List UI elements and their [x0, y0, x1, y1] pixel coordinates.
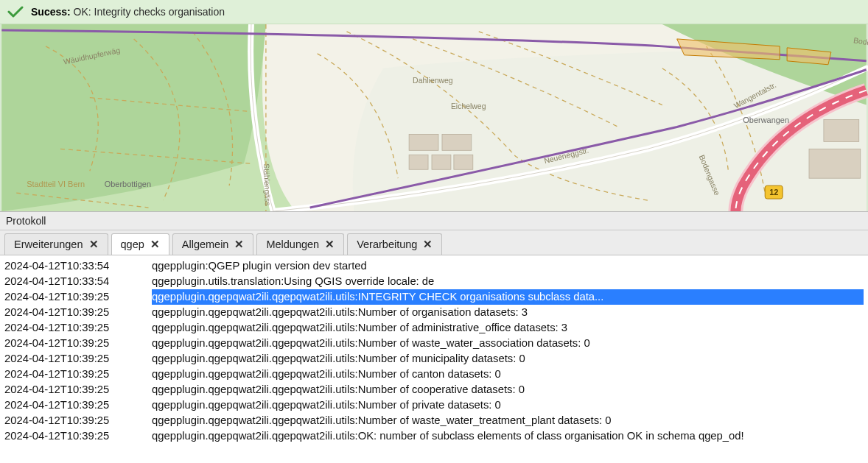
tab-verarbeitung[interactable]: Verarbeitung✕ [347, 233, 442, 255]
log-row[interactable]: 2024-04-12T10:39:25qgepplugin.qgepqwat2i… [4, 305, 864, 320]
log-row[interactable]: 2024-04-12T10:39:25qgepplugin.qgepqwat2i… [4, 367, 864, 382]
success-label-bold: Sucess: [31, 6, 71, 18]
log-timestamp: 2024-04-12T10:39:25 [4, 336, 152, 351]
log-row[interactable]: 2024-04-12T10:39:25qgepplugin.qgepqwat2i… [4, 320, 864, 336]
tab-label: Verarbeitung [357, 238, 417, 250]
log-timestamp: 2024-04-12T10:33:54 [4, 258, 152, 274]
log-message: qgepplugin.qgepqwat2ili.qgepqwat2ili.uti… [152, 351, 864, 367]
panel-title: Protokoll [0, 212, 868, 230]
log-timestamp: 2024-04-12T10:39:25 [4, 428, 152, 444]
log-row[interactable]: 2024-04-12T10:39:25qgepplugin.qgepqwat2i… [4, 428, 864, 444]
svg-rect-1 [409, 134, 438, 150]
tab-label: Erweiterungen [14, 238, 83, 250]
map-label: Eichelweg [451, 102, 486, 110]
svg-rect-8 [809, 149, 861, 178]
success-label-rest: OK: Integrity checks organisation [71, 6, 225, 18]
log-row[interactable]: 2024-04-12T10:39:25qgepplugin.qgepqwat2i… [4, 336, 864, 351]
log-message: qgepplugin.qgepqwat2ili.qgepqwat2ili.uti… [152, 305, 864, 320]
map-label: Stadtteil VI Bern [27, 180, 85, 188]
map-canvas[interactable]: Wäuidhupferwäg Dahlienweg Eichelweg Stäh… [0, 24, 868, 212]
tab-meldungen[interactable]: Meldungen✕ [256, 233, 344, 255]
log-message: qgepplugin.qgepqwat2ili.qgepqwat2ili.uti… [152, 428, 864, 444]
tab-allgemein[interactable]: Allgemein✕ [172, 233, 254, 255]
log-row[interactable]: 2024-04-12T10:33:54qgepplugin:QGEP plugi… [4, 258, 864, 274]
close-icon[interactable]: ✕ [150, 238, 160, 250]
svg-rect-7 [824, 119, 859, 141]
log-message: qgepplugin.qgepqwat2ili.qgepqwat2ili.uti… [152, 413, 864, 428]
svg-rect-5 [454, 155, 473, 169]
log-timestamp: 2024-04-12T10:39:25 [4, 413, 152, 428]
tab-bar: Erweiterungen✕qgep✕Allgemein✕Meldungen✕V… [0, 230, 868, 255]
success-message: Sucess: OK: Integrity checks organisatio… [31, 6, 225, 18]
close-icon[interactable]: ✕ [89, 238, 99, 250]
tab-erweiterungen[interactable]: Erweiterungen✕ [4, 233, 108, 255]
success-bar: Sucess: OK: Integrity checks organisatio… [0, 0, 868, 24]
log-message: qgepplugin.qgepqwat2ili.qgepqwat2ili.uti… [152, 382, 864, 397]
log-timestamp: 2024-04-12T10:33:54 [4, 274, 152, 289]
log-message: qgepplugin.qgepqwat2ili.qgepqwat2ili.uti… [152, 397, 864, 413]
map-svg: Wäuidhupferwäg Dahlienweg Eichelweg Stäh… [0, 24, 868, 211]
log-message: qgepplugin.utils.translation:Using QGIS … [152, 274, 864, 289]
log-timestamp: 2024-04-12T10:39:25 [4, 289, 152, 305]
check-icon [7, 6, 24, 18]
log-row[interactable]: 2024-04-12T10:39:25qgepplugin.qgepqwat2i… [4, 397, 864, 413]
log-message: qgepplugin.qgepqwat2ili.qgepqwat2ili.uti… [152, 367, 864, 382]
log-row[interactable]: 2024-04-12T10:39:25qgepplugin.qgepqwat2i… [4, 289, 864, 305]
map-highway-badge: 12 [769, 188, 778, 197]
tab-qgep[interactable]: qgep✕ [111, 233, 169, 255]
log-row[interactable]: 2024-04-12T10:39:25qgepplugin.qgepqwat2i… [4, 351, 864, 367]
close-icon[interactable]: ✕ [234, 238, 244, 250]
tab-label: qgep [121, 238, 144, 250]
map-label: Oberbottigen [105, 180, 151, 188]
log-timestamp: 2024-04-12T10:39:25 [4, 382, 152, 397]
svg-rect-3 [409, 155, 428, 169]
close-icon[interactable]: ✕ [325, 238, 335, 250]
log-row[interactable]: 2024-04-12T10:39:25qgepplugin.qgepqwat2i… [4, 413, 864, 428]
map-label: Oberwangen [743, 116, 789, 124]
log-message: qgepplugin:QGEP plugin version dev start… [152, 258, 864, 274]
log-message: qgepplugin.qgepqwat2ili.qgepqwat2ili.uti… [152, 289, 864, 305]
log-timestamp: 2024-04-12T10:39:25 [4, 397, 152, 413]
log-timestamp: 2024-04-12T10:39:25 [4, 320, 152, 336]
log-message: qgepplugin.qgepqwat2ili.qgepqwat2ili.uti… [152, 336, 864, 351]
map-label: Dahlienweg [413, 77, 453, 85]
log-timestamp: 2024-04-12T10:39:25 [4, 351, 152, 367]
svg-rect-4 [432, 155, 451, 169]
log-message: qgepplugin.qgepqwat2ili.qgepqwat2ili.uti… [152, 320, 864, 336]
log-row[interactable]: 2024-04-12T10:39:25qgepplugin.qgepqwat2i… [4, 382, 864, 397]
log-timestamp: 2024-04-12T10:39:25 [4, 367, 152, 382]
close-icon[interactable]: ✕ [423, 238, 433, 250]
log-row[interactable]: 2024-04-12T10:33:54qgepplugin.utils.tran… [4, 274, 864, 289]
log-area[interactable]: 2024-04-12T10:33:54qgepplugin:QGEP plugi… [0, 255, 868, 463]
svg-rect-2 [442, 134, 472, 150]
tab-label: Allgemein [182, 238, 229, 250]
log-timestamp: 2024-04-12T10:39:25 [4, 305, 152, 320]
map-label: Stählengäss [262, 163, 272, 206]
tab-label: Meldungen [266, 238, 319, 250]
